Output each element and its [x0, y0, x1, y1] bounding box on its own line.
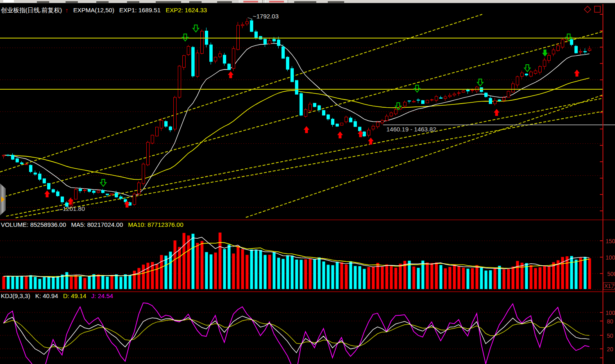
window-icon: [3, 0, 14, 2]
menu-item-sliver[interactable]: [294, 1, 316, 3]
exp2-value: EXP2: 1624.33: [166, 7, 207, 14]
volume-axis-label: 5000: [607, 271, 615, 277]
menu-item-sliver[interactable]: [217, 1, 232, 3]
chart-canvas[interactable]: [0, 0, 615, 364]
menubar-red-button-2[interactable]: [265, 0, 288, 3]
menu-item-sliver[interactable]: [96, 1, 109, 3]
up-arrow-icon: ↑: [65, 7, 68, 14]
volume-ma5-value: MA5: 80217024.00: [71, 221, 123, 228]
kdj-axis-label: 50: [607, 332, 613, 339]
volume-axis-label: 15000: [606, 238, 615, 244]
expand-arrow-icon: [1, 197, 5, 202]
menu-item-sliver[interactable]: [37, 1, 49, 3]
volume-ma10-value: MA10: 87712376.00: [128, 221, 183, 228]
menubar[interactable]: [0, 0, 615, 3]
kdj-axis-label: 80: [607, 318, 613, 325]
red-button-text-sliver: [269, 1, 284, 2]
menu-item-sliver[interactable]: [66, 1, 78, 3]
volume-multiplier-badge: X1万: [603, 283, 615, 290]
kdj-k-value: K: 40.94: [35, 292, 58, 299]
volume-axis-label: 10000: [606, 254, 615, 261]
volume-value: VOLUME: 85258936.00: [1, 221, 66, 228]
kdj-axis-label: 20: [607, 346, 613, 353]
level-range-annotation: 1460.19 - 1463.82: [386, 126, 436, 133]
menu-item-sliver[interactable]: [127, 1, 139, 3]
volume-header: VOLUME: 85258936.00 MA5: 80217024.00 MA1…: [1, 221, 187, 228]
menu-item-sliver[interactable]: [328, 1, 344, 3]
indicator-name[interactable]: EXPMA(12,50): [73, 7, 114, 14]
kdj-header: KDJ(9,3,3) K: 40.94 D: 49.14 J: 24.54: [1, 292, 116, 299]
sidebar-expand-handle[interactable]: [0, 183, 6, 215]
kdj-name[interactable]: KDJ(9,3,3): [1, 292, 30, 299]
trading-app-window: { "header": { "title": "创业板指(日线.前复权)", "…: [0, 0, 615, 364]
peak-price-annotation: ~1792.03: [253, 13, 279, 20]
kdj-j-value: J: 24.54: [91, 292, 113, 299]
main-chart-header: 创业板指(日线.前复权)↑ EXPMA(12,50) EXP1: 1689.51…: [1, 7, 210, 14]
menu-item-sliver[interactable]: [189, 1, 202, 3]
red-button-text-sliver: [243, 1, 258, 2]
trough-price-annotation: ←1201.80: [57, 205, 85, 212]
menubar-red-button-1[interactable]: [239, 0, 263, 3]
exp1-value: EXP1: 1689.51: [119, 7, 161, 14]
kdj-d-value: D: 49.14: [63, 292, 86, 299]
kdj-axis-label: 100: [606, 310, 615, 316]
menu-item-sliver[interactable]: [156, 1, 181, 3]
symbol-title: 创业板指(日线.前复权): [1, 7, 62, 14]
